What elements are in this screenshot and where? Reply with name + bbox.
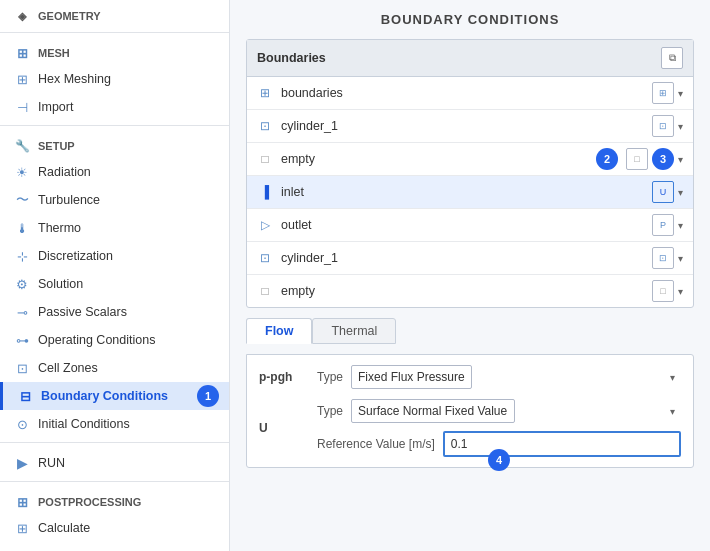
boundary-row-boundaries[interactable]: ⊞ boundaries ⊞ ▾ [247,77,693,110]
passive-scalars-icon: ⊸ [14,304,30,320]
outlet-chevron[interactable]: ▾ [678,220,683,231]
sidebar-section-setup[interactable]: 🔧 SETUP [0,130,229,158]
empty2-chevron[interactable]: ▾ [678,286,683,297]
sidebar-section-geometry[interactable]: ◈ GEOMETRY [0,0,229,28]
badge-4: 4 [488,449,510,471]
inlet-row-actions: U ▾ [652,181,683,203]
cylinder1-top-type-icon[interactable]: ⊡ [652,115,674,137]
U-ref-field: Reference Value [m/s] 0.1 4 [317,431,681,457]
boundaries-add-button[interactable]: ⧉ [661,47,683,69]
outlet-type-icon[interactable]: P [652,214,674,236]
sidebar-item-thermo[interactable]: 🌡 Thermo [0,214,229,242]
empty-chevron[interactable]: ▾ [678,154,683,165]
boundary-row-cylinder1-bot[interactable]: ⊡ cylinder_1 ⊡ ▾ [247,242,693,275]
sidebar-item-discretization[interactable]: ⊹ Discretization [0,242,229,270]
sidebar-item-solution[interactable]: ⚙ Solution [0,270,229,298]
U-ref-input[interactable]: 0.1 [443,431,681,457]
sidebar-section-run[interactable]: ▶ RUN [0,449,229,477]
U-type-field: Type Surface Normal Fixed ValueFixed Val… [317,399,681,423]
boundary-row-outlet[interactable]: ▷ outlet P ▾ [247,209,693,242]
empty-type-icon[interactable]: □ [626,148,648,170]
tabs-row: Flow Thermal [246,318,694,344]
ppgh-type-field: Type Fixed Flux PressureFixed ValueZero … [317,365,681,389]
sidebar-item-cell-zones[interactable]: ⊡ Cell Zones [0,354,229,382]
sidebar-item-radiation[interactable]: ☀ Radiation [0,158,229,186]
sidebar-item-initial-conditions[interactable]: ⊙ Initial Conditions [0,410,229,438]
sidebar-item-turbulence[interactable]: 〜 Turbulence [0,186,229,214]
discretization-icon: ⊹ [14,248,30,264]
badge-1: 1 [197,385,219,407]
inlet-type-icon[interactable]: U [652,181,674,203]
boundaries-chevron[interactable]: ▾ [678,88,683,99]
form-row-ppgh: p-pgh Type Fixed Flux PressureFixed Valu… [259,365,681,389]
calculate-icon: ⊞ [14,520,30,536]
boundaries-type-icon[interactable]: ⊞ [652,82,674,104]
empty-icon: □ [257,151,273,167]
boundaries-panel-header: Boundaries ⧉ [247,40,693,77]
setup-icon: 🔧 [14,138,30,154]
run-icon: ▶ [14,455,30,471]
main-content: BOUNDARY CONDITIONS Boundaries ⧉ ⊞ bound… [230,0,710,551]
boundary-row-empty2[interactable]: □ empty □ ▾ [247,275,693,307]
form-panel: p-pgh Type Fixed Flux PressureFixed Valu… [246,354,694,468]
boundary-row-cylinder1-top[interactable]: ⊡ cylinder_1 ⊡ ▾ [247,110,693,143]
cylinder1-top-chevron[interactable]: ▾ [678,121,683,132]
empty2-icon: □ [257,283,273,299]
tab-thermal[interactable]: Thermal [312,318,396,344]
boundaries-row-icon: ⊞ [257,85,273,101]
radiation-icon: ☀ [14,164,30,180]
cell-zones-icon: ⊡ [14,360,30,376]
tab-flow[interactable]: Flow [246,318,312,344]
cylinder1-bot-icon: ⊡ [257,250,273,266]
outlet-row-actions: P ▾ [652,214,683,236]
boundaries-panel: Boundaries ⧉ ⊞ boundaries ⊞ ▾ ⊡ cylinder… [246,39,694,308]
U-type-select[interactable]: Surface Normal Fixed ValueFixed ValueZer… [351,399,515,423]
sidebar-item-calculate[interactable]: ⊞ Calculate [0,514,229,542]
badge-3: 3 [652,148,674,170]
sidebar: ◈ GEOMETRY ⊞ MESH ⊞ Hex Meshing ⊣ Import… [0,0,230,551]
sidebar-item-hex-meshing[interactable]: ⊞ Hex Meshing [0,65,229,93]
sidebar-item-operating-conditions[interactable]: ⊶ Operating Conditions [0,326,229,354]
inlet-chevron[interactable]: ▾ [678,187,683,198]
inlet-icon: ▐ [257,184,273,200]
geometry-icon: ◈ [14,8,30,24]
initial-conditions-icon: ⊙ [14,416,30,432]
import-icon: ⊣ [14,99,30,115]
ppgh-label: p-pgh [259,370,309,384]
turbulence-icon: 〜 [14,192,30,208]
cylinder1-bot-chevron[interactable]: ▾ [678,253,683,264]
sidebar-section-mesh[interactable]: ⊞ MESH [0,37,229,65]
sidebar-item-boundary-conditions[interactable]: ⊟ Boundary Conditions 1 [0,382,229,410]
form-row-U: U Type Surface Normal Fixed ValueFixed V… [259,399,681,457]
ppgh-type-select[interactable]: Fixed Flux PressureFixed ValueZero Gradi… [351,365,472,389]
cylinder1-top-actions: ⊡ ▾ [652,115,683,137]
postprocessing-icon: ⊞ [14,494,30,510]
U-ref-label: Reference Value [m/s] [317,437,435,451]
sidebar-item-import[interactable]: ⊣ Import [0,93,229,121]
U-type-select-wrap: Surface Normal Fixed ValueFixed ValueZer… [351,399,681,423]
hex-meshing-icon: ⊞ [14,71,30,87]
boundaries-row-actions: ⊞ ▾ [652,82,683,104]
badge-2: 2 [596,148,618,170]
cylinder1-bot-actions: ⊡ ▾ [652,247,683,269]
operating-conditions-icon: ⊶ [14,332,30,348]
empty2-row-actions: □ ▾ [652,280,683,302]
page-title: BOUNDARY CONDITIONS [246,12,694,27]
sidebar-item-passive-scalars[interactable]: ⊸ Passive Scalars [0,298,229,326]
U-type-label: Type [317,404,343,418]
outlet-icon: ▷ [257,217,273,233]
empty-row-actions: □ 3 ▾ [626,148,683,170]
ppgh-type-label: Type [317,370,343,384]
cylinder1-bot-type-icon[interactable]: ⊡ [652,247,674,269]
U-label: U [259,421,309,435]
sidebar-section-postprocessing[interactable]: ⊞ POSTPROCESSING [0,486,229,514]
empty2-type-icon[interactable]: □ [652,280,674,302]
boundary-row-inlet[interactable]: ▐ inlet U ▾ [247,176,693,209]
mesh-icon: ⊞ [14,45,30,61]
cylinder1-top-icon: ⊡ [257,118,273,134]
boundary-conditions-icon: ⊟ [17,388,33,404]
solution-icon: ⚙ [14,276,30,292]
thermo-icon: 🌡 [14,220,30,236]
ppgh-type-select-wrap: Fixed Flux PressureFixed ValueZero Gradi… [351,365,681,389]
boundary-row-empty[interactable]: □ empty 2 □ 3 ▾ [247,143,693,176]
